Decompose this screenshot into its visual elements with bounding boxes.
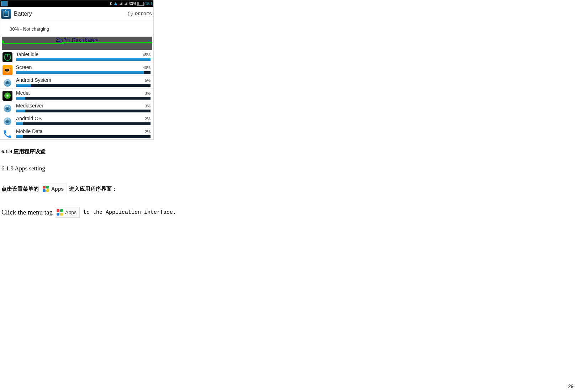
- usage-name: Android OS: [16, 116, 145, 121]
- brightness-icon: [2, 65, 12, 75]
- bluetooth-count: 0: [110, 1, 112, 6]
- android-battery-screenshot: 0 30% 15:1 Battery REFRES 30% - Not char…: [0, 0, 154, 140]
- power-icon: [2, 52, 12, 62]
- usage-percent: 2%: [145, 117, 151, 121]
- usage-bar: [16, 71, 151, 74]
- instruction-en-post: to the Application interface.: [83, 210, 176, 216]
- refresh-label: REFRES: [135, 12, 152, 16]
- battery-percent-label: 30%: [129, 1, 137, 6]
- signal-icon-2: [124, 2, 127, 5]
- svg-rect-10: [7, 110, 7, 111]
- instruction-en: Click the menu tag Apps to the Applicati…: [1, 207, 575, 218]
- usage-percent: 43%: [143, 65, 151, 70]
- usage-row-tablet-idle[interactable]: Tablet idle 45%: [0, 50, 153, 63]
- apps-label: Apps: [65, 210, 77, 215]
- status-bar: 0 30% 15:1: [0, 0, 153, 7]
- battery-icon: [137, 2, 144, 6]
- svg-rect-4: [7, 84, 7, 85]
- svg-rect-17: [8, 122, 8, 123]
- battery-usage-list: Tablet idle 45% Screen 43%: [0, 50, 153, 139]
- usage-percent: 45%: [143, 53, 151, 57]
- svg-rect-3: [9, 82, 9, 84]
- usage-row-screen[interactable]: Screen 43%: [0, 63, 153, 75]
- screen-title: Battery: [14, 11, 127, 17]
- document-body: 6.1.9 应用程序设置 6.1.9 Apps setting 点击设置菜单的 …: [1, 148, 575, 218]
- svg-rect-14: [5, 121, 6, 122]
- usage-bar: [16, 84, 151, 87]
- usage-name: Mobile Data: [16, 128, 145, 134]
- svg-rect-13: [6, 120, 9, 122]
- apps-menu-tag: Apps: [41, 184, 67, 194]
- usage-row-android-os[interactable]: Android OS 2%: [0, 114, 153, 127]
- phone-icon: [2, 129, 12, 139]
- svg-rect-2: [5, 82, 6, 84]
- android-icon: [2, 104, 12, 113]
- usage-row-media[interactable]: Media 3%: [0, 88, 153, 101]
- notification-icon: [1, 1, 7, 6]
- usage-bar: [16, 135, 151, 138]
- wifi-icon: [114, 2, 117, 5]
- instruction-zh-pre: 点击设置菜单的: [1, 186, 39, 192]
- svg-rect-9: [9, 108, 9, 109]
- android-icon: [2, 116, 12, 126]
- signal-icon: [119, 2, 122, 5]
- instruction-en-pre: Click the menu tag: [1, 208, 53, 216]
- section-heading-en: 6.1.9 Apps setting: [1, 165, 575, 172]
- status-time: 15:1: [145, 1, 153, 6]
- usage-bar: [16, 122, 151, 125]
- svg-rect-15: [9, 121, 9, 122]
- svg-rect-1: [6, 82, 9, 84]
- usage-name: Screen: [16, 64, 143, 70]
- usage-row-android-system[interactable]: Android System 5%: [0, 75, 153, 88]
- refresh-icon: [127, 11, 133, 17]
- usage-percent: 5%: [145, 78, 151, 83]
- usage-bar: [16, 58, 151, 61]
- battery-graph[interactable]: 22h 7m 17s on battery: [2, 37, 152, 50]
- svg-rect-8: [5, 108, 6, 109]
- apps-grid-icon: [42, 185, 50, 193]
- usage-bar: [16, 97, 151, 100]
- download-icon: [2, 91, 12, 101]
- section-heading-zh: 6.1.9 应用程序设置: [1, 148, 575, 155]
- battery-app-icon: [1, 9, 11, 19]
- svg-rect-11: [8, 110, 8, 111]
- svg-rect-16: [7, 122, 7, 123]
- refresh-button[interactable]: REFRES: [127, 11, 153, 17]
- usage-percent: 2%: [145, 129, 151, 134]
- bluetooth-indicator: 0: [110, 1, 112, 6]
- usage-bar: [16, 110, 151, 112]
- svg-rect-7: [6, 107, 9, 110]
- apps-label: Apps: [51, 186, 64, 192]
- usage-row-mobile-data[interactable]: Mobile Data 2%: [0, 127, 153, 139]
- instruction-zh: 点击设置菜单的 Apps 进入应用程序界面：: [1, 184, 575, 194]
- apps-menu-tag: Apps: [55, 207, 80, 218]
- svg-rect-5: [8, 84, 8, 85]
- page-number: 29: [568, 383, 574, 389]
- usage-name: Android System: [16, 77, 145, 83]
- usage-percent: 3%: [145, 91, 151, 95]
- android-icon: [2, 78, 12, 88]
- usage-row-mediaserver[interactable]: Mediaserver 3%: [0, 101, 153, 114]
- instruction-zh-post: 进入应用程序界面：: [69, 186, 117, 192]
- battery-header: Battery REFRES: [0, 7, 153, 21]
- usage-name: Tablet idle: [16, 52, 143, 57]
- usage-name: Media: [16, 90, 145, 96]
- apps-grid-icon: [56, 208, 64, 216]
- battery-status: 30% - Not charging: [0, 21, 153, 37]
- usage-name: Mediaserver: [16, 103, 145, 108]
- usage-percent: 3%: [145, 104, 151, 108]
